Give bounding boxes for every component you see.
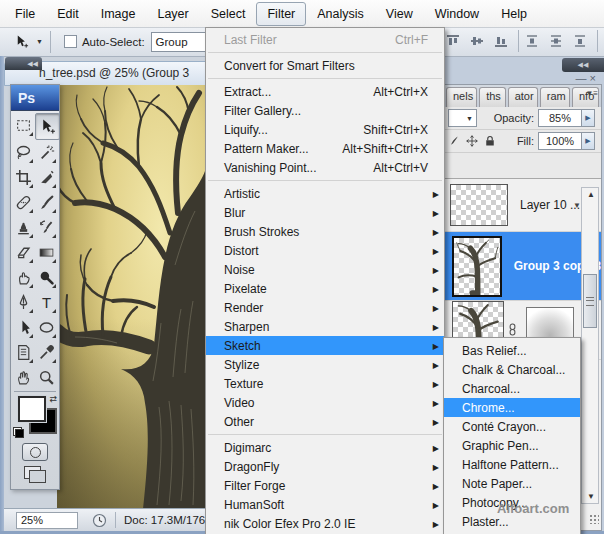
filter-item-render[interactable]: Render ▶ (206, 298, 444, 317)
sketch-item-graphic-pen[interactable]: Graphic Pen... (444, 436, 580, 455)
collapse-dock-button[interactable]: ◀◀ (562, 58, 604, 72)
type-tool[interactable]: T (35, 290, 58, 315)
menu-window[interactable]: Window (424, 2, 490, 26)
canvas[interactable] (57, 85, 205, 509)
tool-preset-arrow-icon[interactable]: ▼ (36, 38, 43, 45)
filter-item-brush-strokes[interactable]: Brush Strokes ▶ (206, 222, 444, 241)
scrollbar-thumb[interactable] (583, 274, 597, 328)
crop-tool[interactable] (12, 165, 35, 190)
tab-paths[interactable]: ths (479, 87, 506, 107)
eyedropper-tool[interactable] (35, 340, 58, 365)
screen-mode-button[interactable] (22, 464, 48, 484)
menu-select[interactable]: Select (200, 2, 257, 26)
smudge-tool[interactable] (12, 265, 35, 290)
fill-value[interactable]: 100% (538, 132, 582, 150)
pen-tool[interactable] (12, 290, 35, 315)
hand-tool[interactable] (12, 365, 35, 390)
filter-item-humansoft[interactable]: HumanSoft ▶ (206, 495, 444, 514)
menu-help[interactable]: Help (490, 2, 538, 26)
distribute-bottom-button[interactable] (570, 32, 590, 51)
distribute-vcenter-button[interactable] (546, 32, 566, 51)
filter-item-noise[interactable]: Noise ▶ (206, 260, 444, 279)
menu-analysis[interactable]: Analysis (306, 2, 375, 26)
sketch-item-charcoal[interactable]: Charcoal... (444, 379, 580, 398)
minimize-icon[interactable]: — (576, 72, 590, 84)
filter-item-dragonfly[interactable]: DragonFly ▶ (206, 457, 444, 476)
align-vcenter-button[interactable] (467, 32, 487, 51)
gradient-tool[interactable] (35, 240, 58, 265)
notes-tool[interactable] (12, 340, 35, 365)
filter-item-distort[interactable]: Distort ▶ (206, 241, 444, 260)
timing-icon[interactable] (92, 513, 107, 528)
opacity-slider-arrow[interactable]: ▶ (582, 109, 595, 127)
dodge-tool[interactable] (35, 265, 58, 290)
tab-channels[interactable]: nels (446, 87, 477, 107)
auto-select-checkbox[interactable] (64, 35, 77, 48)
lock-transparent-icon[interactable] (448, 135, 460, 147)
layer-thumbnail[interactable] (452, 236, 502, 297)
menu-edit[interactable]: Edit (46, 2, 90, 26)
sketch-item-bas-relief[interactable]: Bas Relief... (444, 341, 580, 360)
swap-colors-icon[interactable]: ⇄ (49, 394, 57, 404)
lock-position-icon[interactable] (466, 135, 478, 147)
filter-item-liquify[interactable]: Liquify... Shift+Ctrl+X (206, 120, 444, 139)
magic-wand-tool[interactable] (35, 140, 58, 165)
menu-file[interactable]: File (4, 2, 46, 26)
layer-thumbnail[interactable] (450, 184, 508, 226)
sketch-item-chalk-charcoal[interactable]: Chalk & Charcoal... (444, 360, 580, 379)
filter-item-pixelate[interactable]: Pixelate ▶ (206, 279, 444, 298)
clone-stamp-tool[interactable] (12, 215, 35, 240)
filter-item-sketch[interactable]: Sketch ▶ (206, 336, 444, 355)
menu-filter[interactable]: Filter (256, 2, 306, 26)
brush-tool[interactable] (35, 190, 58, 215)
filter-item-other[interactable]: Other ▶ (206, 412, 444, 431)
fill-slider-arrow[interactable]: ▶ (582, 132, 595, 150)
close-icon[interactable]: × (590, 72, 599, 84)
filter-item-nik-color-efex[interactable]: nik Color Efex Pro 2.0 IE ▶ (206, 514, 444, 533)
healing-brush-tool[interactable] (12, 190, 35, 215)
filter-item-stylize[interactable]: Stylize ▶ (206, 355, 444, 374)
filter-item-digimarc[interactable]: Digimarc ▶ (206, 438, 444, 457)
lock-all-icon[interactable] (484, 135, 496, 147)
sketch-item-halftone-pattern[interactable]: Halftone Pattern... (444, 455, 580, 474)
scroll-down-icon[interactable]: ▼ (587, 492, 595, 501)
move-tool[interactable] (35, 113, 60, 140)
sketch-item-note-paper[interactable]: Note Paper... (444, 474, 580, 493)
menu-view[interactable]: View (375, 2, 424, 26)
filter-item-artistic[interactable]: Artistic ▶ (206, 184, 444, 203)
eraser-tool[interactable] (12, 240, 35, 265)
slice-tool[interactable] (35, 165, 58, 190)
layer-row-group3-selected[interactable]: Group 3 copy 8 (444, 232, 601, 301)
menu-image[interactable]: Image (90, 2, 147, 26)
layer-row-layer10[interactable]: Layer 10 ... fx ▼ (444, 179, 601, 232)
menu-layer[interactable]: Layer (146, 2, 199, 26)
filter-item-extract[interactable]: Extract... Alt+Ctrl+X (206, 82, 444, 101)
toolbar-collapse-header[interactable]: ◀◀ (5, 57, 42, 70)
distribute-top-button[interactable] (522, 32, 542, 51)
zoom-tool[interactable] (35, 365, 58, 390)
tab-navigator[interactable]: ator (508, 87, 538, 107)
filter-item-filter-gallery[interactable]: Filter Gallery... (206, 101, 444, 120)
sketch-item-conte-crayon[interactable]: Conté Crayon... (444, 417, 580, 436)
foreground-color-swatch[interactable] (18, 396, 46, 422)
lasso-tool[interactable] (12, 140, 35, 165)
filter-item-texture[interactable]: Texture ▶ (206, 374, 444, 393)
panel-menu-icon[interactable]: ▼≡ (585, 89, 598, 98)
blend-mode-dropdown[interactable]: ▼ (448, 109, 477, 127)
default-colors-icon[interactable] (13, 427, 24, 438)
align-bottom-button[interactable] (491, 32, 511, 51)
filter-item-convert-smart-filters[interactable]: Convert for Smart Filters (206, 56, 444, 75)
shape-tool[interactable] (35, 315, 58, 340)
filter-item-vanishing-point[interactable]: Vanishing Point... Alt+Ctrl+V (206, 158, 444, 177)
filter-item-filter-forge[interactable]: Filter Forge ▶ (206, 476, 444, 495)
path-selection-tool[interactable] (12, 315, 35, 340)
filter-item-sharpen[interactable]: Sharpen ▶ (206, 317, 444, 336)
filter-item-blur[interactable]: Blur ▶ (206, 203, 444, 222)
filter-item-pattern-maker[interactable]: Pattern Maker... Alt+Shift+Ctrl+X (206, 139, 444, 158)
zoom-level-field[interactable]: 25% (16, 512, 78, 529)
scroll-up-icon[interactable]: ▲ (587, 190, 595, 199)
opacity-value[interactable]: 85% (538, 109, 582, 127)
sketch-item-chrome[interactable]: Chrome... (444, 398, 580, 417)
tab-histogram[interactable]: ram (540, 87, 570, 107)
marquee-tool[interactable] (12, 113, 35, 138)
